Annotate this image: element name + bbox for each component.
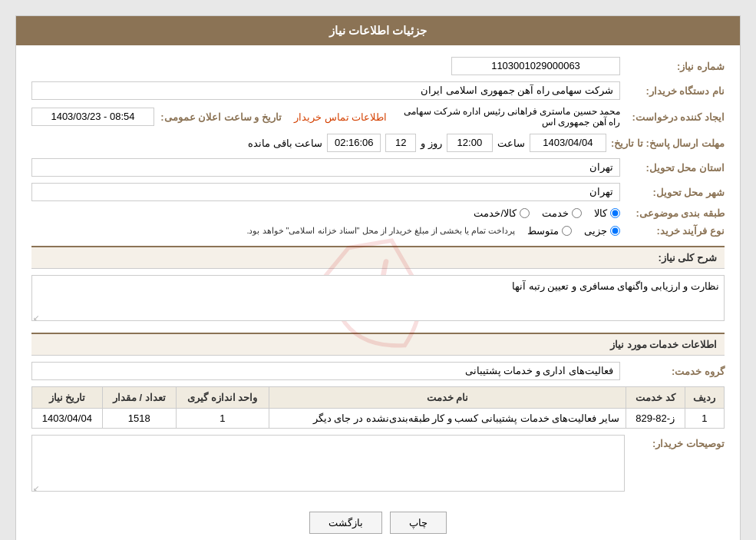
creator-announce-row: ایجاد کننده درخواست: محمد حسین ماستری فر… — [31, 106, 725, 128]
need-summary-section: ↙ — [31, 275, 725, 323]
purchase-type-label: نوع فرآیند خرید: — [625, 225, 725, 237]
buyer-org-row: نام دستگاه خریدار: شرکت سهامی راه آهن جم… — [31, 81, 725, 100]
buyer-desc-resize: ↙ — [33, 484, 39, 492]
deadline-time: 12:00 — [447, 134, 493, 152]
need-summary-section-header: شرح کلی نیاز: — [31, 246, 725, 269]
deadline-days: 12 — [385, 134, 416, 152]
city-row: شهر محل تحویل: تهران — [31, 183, 725, 201]
cell-unit: 1 — [176, 409, 269, 429]
deadline-remaining: 02:16:06 — [327, 134, 381, 152]
purchase-motawaset-item: متوسط — [527, 225, 572, 237]
need-summary-wrapper: ↙ — [31, 275, 725, 323]
buyer-desc-textarea[interactable] — [31, 435, 625, 492]
city-label: شهر محل تحویل: — [625, 187, 725, 198]
page-title: جزئیات اطلاعات نیاز — [16, 16, 740, 45]
province-value: تهران — [31, 158, 620, 177]
main-container: جزئیات اطلاعات نیاز شماره نیاز: 11030010… — [15, 15, 741, 540]
col-service-name: نام خدمت — [269, 387, 626, 409]
purchase-note: پرداخت تمام یا بخشی از مبلغ خریدار از مح… — [31, 226, 515, 236]
purchase-jozi-item: جزیی — [584, 225, 620, 237]
category-label: طبقه بندی موضوعی: — [625, 207, 725, 219]
category-kala-khedmat-radio[interactable] — [520, 208, 530, 218]
province-row: استان محل تحویل: تهران — [31, 158, 725, 177]
buttons-row: چاپ بازگشت — [31, 500, 725, 540]
buyer-desc-label: توصیحات خریدار: — [632, 435, 725, 449]
purchase-motawaset-label: متوسط — [527, 225, 559, 237]
service-group-label: گروه خدمت: — [625, 366, 725, 377]
content-area: شماره نیاز: 1103001029000063 نام دستگاه … — [16, 45, 740, 540]
col-date: تاریخ نیاز — [32, 387, 103, 409]
category-kala-radio[interactable] — [610, 208, 620, 218]
back-button[interactable]: بازگشت — [309, 512, 382, 534]
deadline-remaining-label: ساعت باقی مانده — [248, 137, 322, 149]
city-value: تهران — [31, 183, 620, 201]
purchase-type-row: نوع فرآیند خرید: جزیی متوسط پرداخت تمام … — [31, 225, 725, 237]
cell-row-num: 1 — [685, 409, 724, 429]
cell-service-name: سایر فعالیت‌های خدمات پشتیبانی کسب و کار… — [269, 409, 626, 429]
cell-quantity: 1518 — [102, 409, 176, 429]
service-group-value: فعالیت‌های اداری و خدمات پشتیبانی — [31, 362, 620, 380]
buyer-org-value: شرکت سهامی راه آهن جمهوری اسلامی ایران — [31, 81, 620, 100]
purchase-radio-group: جزیی متوسط — [527, 225, 620, 237]
deadline-date: 1403/04/04 — [530, 134, 606, 152]
col-unit: واحد اندازه گیری — [176, 387, 269, 409]
col-row-num: ردیف — [685, 387, 724, 409]
service-group-row: گروه خدمت: فعالیت‌های اداری و خدمات پشتی… — [31, 362, 725, 380]
cell-service-code: ز-82-829 — [626, 409, 685, 429]
need-summary-textarea[interactable] — [31, 275, 725, 321]
need-number-value: 1103001029000063 — [451, 57, 620, 75]
purchase-jozi-label: جزیی — [584, 225, 607, 237]
purchase-jozi-radio[interactable] — [610, 226, 620, 236]
deadline-label: مهلت ارسال پاسخ: تا تاریخ: — [611, 137, 725, 149]
services-table: ردیف کد خدمت نام خدمت واحد اندازه گیری ت… — [31, 386, 725, 429]
creator-value: محمد حسین ماستری فراهانی رئیس اداره شرکت… — [391, 106, 620, 128]
buyer-desc-section: توصیحات خریدار: ↙ — [31, 435, 725, 494]
category-kala-khedmat-item: کالا/خدمت — [474, 207, 530, 219]
category-khedmat-label: خدمت — [542, 207, 569, 219]
buyer-desc-wrapper: ↙ — [31, 435, 625, 494]
province-label: استان محل تحویل: — [625, 162, 725, 174]
purchase-motawaset-radio[interactable] — [562, 226, 572, 236]
col-service-code: کد خدمت — [626, 387, 685, 409]
category-kala-label: کالا — [594, 207, 607, 219]
category-kala-item: کالا — [594, 207, 620, 219]
announce-date-label: تاریخ و ساعت اعلان عمومی: — [159, 111, 282, 123]
category-kala-khedmat-label: کالا/خدمت — [474, 207, 517, 219]
services-section-header: اطلاعات خدمات مورد نیاز — [31, 333, 725, 356]
buyer-org-label: نام دستگاه خریدار: — [625, 85, 725, 97]
contact-link[interactable]: اطلاعات تماس خریدار — [294, 111, 387, 123]
cell-date: 1403/04/04 — [32, 409, 103, 429]
print-button[interactable]: چاپ — [390, 512, 447, 534]
deadline-days-label: روز و — [421, 137, 442, 149]
deadline-time-label: ساعت — [497, 137, 525, 149]
resize-indicator: ↙ — [33, 313, 39, 322]
need-number-row: شماره نیاز: 1103001029000063 — [31, 57, 725, 75]
category-row: طبقه بندی موضوعی: کالا خدمت کالا/خدمت — [31, 207, 725, 219]
deadline-row: مهلت ارسال پاسخ: تا تاریخ: 1403/04/04 سا… — [31, 134, 725, 152]
col-quantity: تعداد / مقدار — [102, 387, 176, 409]
category-radio-group: کالا خدمت کالا/خدمت — [474, 207, 620, 219]
need-number-label: شماره نیاز: — [625, 61, 725, 72]
creator-label: ایجاد کننده درخواست: — [625, 111, 725, 123]
announce-date-value: 1403/03/23 - 08:54 — [31, 108, 154, 126]
category-khedmat-item: خدمت — [542, 207, 582, 219]
category-khedmat-radio[interactable] — [572, 208, 582, 218]
table-row: 1 ز-82-829 سایر فعالیت‌های خدمات پشتیبان… — [32, 409, 725, 429]
